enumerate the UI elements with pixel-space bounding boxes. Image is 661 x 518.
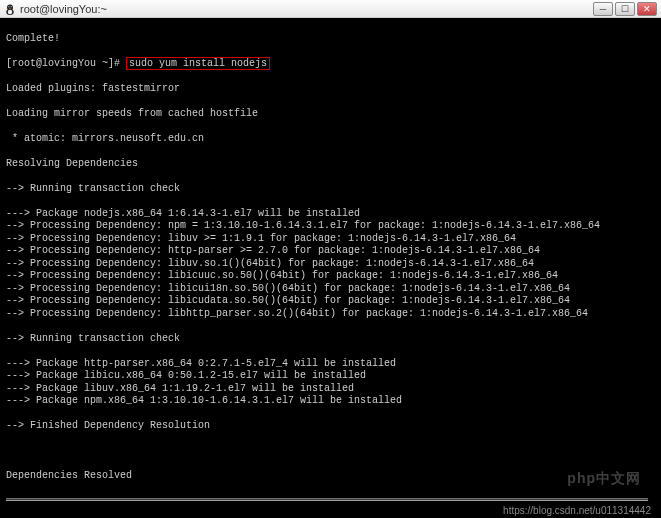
maximize-button[interactable]: ☐ [615,2,635,16]
output-line: --> Processing Dependency: libicuuc.so.5… [6,270,655,283]
close-button[interactable]: ✕ [637,2,657,16]
output-line: ---> Package libuv.x86_64 1:1.19.2-1.el7… [6,383,655,396]
output-line: --> Finished Dependency Resolution [6,420,655,433]
output-line: Dependencies Resolved [6,470,655,483]
output-line: --> Processing Dependency: npm = 1:3.10.… [6,220,655,233]
minimize-button[interactable]: ─ [593,2,613,16]
output-line: ---> Package npm.x86_64 1:3.10.10-1.6.14… [6,395,655,408]
output-line: Complete! [6,33,655,46]
output-line: --> Processing Dependency: libicui18n.so… [6,283,655,296]
output-line: ---> Package nodejs.x86_64 1:6.14.3-1.el… [6,208,655,221]
svg-point-3 [8,6,9,7]
prompt-line: [root@lovingYou ~]# sudo yum install nod… [6,58,655,71]
output-line: --> Running transaction check [6,333,655,346]
terminal-output[interactable]: Complete! [root@lovingYou ~]# sudo yum i… [0,18,661,518]
shell-prompt: [root@lovingYou ~]# [6,58,126,69]
svg-point-2 [8,9,13,14]
svg-point-4 [11,6,12,7]
output-line: * atomic: mirrors.neusoft.edu.cn [6,133,655,146]
output-line: Resolving Dependencies [6,158,655,171]
output-line: --> Processing Dependency: http-parser >… [6,245,655,258]
entered-command: sudo yum install nodejs [126,57,270,70]
output-line: --> Processing Dependency: libicudata.so… [6,295,655,308]
window-title: root@lovingYou:~ [20,3,107,15]
output-line: --> Processing Dependency: libuv >= 1:1.… [6,233,655,246]
output-line: ---> Package http-parser.x86_64 0:2.7.1-… [6,358,655,371]
source-link: https://blog.csdn.net/u011314442 [503,505,651,516]
output-line: Loading mirror speeds from cached hostfi… [6,108,655,121]
output-line: --> Processing Dependency: libhttp_parse… [6,308,655,321]
window-controls: ─ ☐ ✕ [593,2,657,16]
output-line: --> Processing Dependency: libuv.so.1()(… [6,258,655,271]
window-titlebar: root@lovingYou:~ ─ ☐ ✕ [0,0,661,18]
output-line: Loaded plugins: fastestmirror [6,83,655,96]
penguin-icon [4,3,16,15]
output-line: --> Running transaction check [6,183,655,196]
output-line: ---> Package libicu.x86_64 0:50.1.2-15.e… [6,370,655,383]
